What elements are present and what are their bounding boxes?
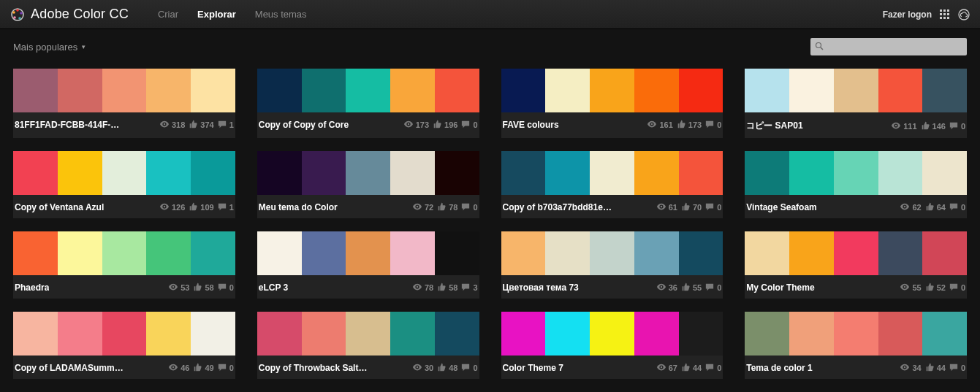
theme-swatches[interactable] xyxy=(501,151,723,195)
comment-stat[interactable]: 0 xyxy=(949,202,965,212)
eye-icon xyxy=(900,202,910,212)
theme-title[interactable]: Copy of Copy of Core xyxy=(259,120,349,130)
comment-stat[interactable]: 0 xyxy=(949,121,965,131)
theme-swatches[interactable] xyxy=(257,151,479,195)
theme-title[interactable]: Copy of Ventana Azul xyxy=(15,202,104,212)
eye-stat[interactable]: 55 xyxy=(900,283,921,293)
eye-stat[interactable]: 67 xyxy=(656,363,677,373)
apps-grid-icon[interactable] xyxy=(939,9,951,20)
theme-title[interactable]: Цветовая тема 73 xyxy=(503,283,579,293)
thumb-up-stat[interactable]: 109 xyxy=(188,202,213,212)
thumb-up-stat[interactable]: 64 xyxy=(924,202,946,212)
eye-stat[interactable]: 61 xyxy=(656,202,677,212)
nav-explore[interactable]: Explorar xyxy=(197,9,236,20)
thumb-up-stat[interactable]: 58 xyxy=(436,283,457,293)
eye-stat[interactable]: 72 xyxy=(412,202,433,212)
thumb-up-stat[interactable]: 196 xyxy=(432,120,457,130)
brand[interactable]: Adobe Color CC xyxy=(10,7,129,22)
theme-title[interactable]: Copy of LADAMASummer… xyxy=(15,363,124,373)
eye-stat[interactable]: 111 xyxy=(891,121,916,131)
theme-title[interactable]: FAVE colours xyxy=(503,120,559,130)
comment-stat[interactable]: 0 xyxy=(704,363,721,373)
comment-stat[interactable]: 0 xyxy=(217,363,234,373)
thumb-up-stat[interactable]: 49 xyxy=(192,363,213,373)
eye-stat[interactable]: 36 xyxy=(656,283,677,293)
eye-stat[interactable]: 46 xyxy=(168,363,189,373)
swatch xyxy=(346,151,390,195)
eye-stat[interactable]: 53 xyxy=(168,283,189,293)
comment-stat[interactable]: 3 xyxy=(460,283,477,293)
theme-swatches[interactable] xyxy=(501,231,723,275)
theme-swatches[interactable] xyxy=(13,151,235,195)
thumb-up-stat[interactable]: 44 xyxy=(680,363,702,373)
thumb-up-stat[interactable]: 374 xyxy=(188,120,213,130)
thumb-up-icon xyxy=(436,283,447,293)
eye-stat[interactable]: 62 xyxy=(900,202,921,212)
eye-stat[interactable]: 161 xyxy=(647,120,672,130)
stat-value: 61 xyxy=(669,203,677,212)
theme-title[interactable]: 81FF1FAD-FCBB-414F-8DF… xyxy=(15,120,124,130)
thumb-up-stat[interactable]: 52 xyxy=(924,283,946,293)
eye-stat[interactable]: 126 xyxy=(159,202,185,212)
theme-title[interactable]: Vintage Seafoam xyxy=(746,202,816,212)
theme-title[interactable]: Meu tema do Color xyxy=(259,202,338,212)
theme-title[interactable]: コピー SAP01 xyxy=(746,120,802,132)
svg-point-16 xyxy=(816,43,821,48)
thumb-up-stat[interactable]: 70 xyxy=(680,202,702,212)
thumb-up-stat[interactable]: 173 xyxy=(676,120,702,130)
comment-stat[interactable]: 0 xyxy=(704,283,721,293)
comment-icon xyxy=(704,120,715,130)
thumb-up-stat[interactable]: 44 xyxy=(924,363,946,373)
search-input[interactable] xyxy=(824,42,962,52)
theme-title[interactable]: Copy of Throwback Saltw… xyxy=(259,363,368,373)
theme-title[interactable]: My Color Theme xyxy=(746,283,814,293)
theme-title[interactable]: Copy of b703a77bdd81ea… xyxy=(503,202,612,212)
login-button[interactable]: Fazer logon xyxy=(883,9,932,20)
comment-stat[interactable]: 1 xyxy=(217,202,234,212)
theme-stats: 1611730 xyxy=(647,120,721,130)
eye-stat[interactable]: 78 xyxy=(412,283,433,293)
comment-stat[interactable]: 0 xyxy=(217,283,234,293)
filter-dropdown[interactable]: Mais populares ▼ xyxy=(13,42,86,53)
svg-rect-14 xyxy=(947,17,949,19)
nav-create[interactable]: Criar xyxy=(158,9,178,20)
thumb-up-stat[interactable]: 78 xyxy=(436,202,457,212)
theme-title[interactable]: eLCP 3 xyxy=(259,283,288,293)
comment-stat[interactable]: 0 xyxy=(460,120,477,130)
theme-swatches[interactable] xyxy=(745,151,967,195)
theme-swatches[interactable] xyxy=(745,231,967,275)
comment-stat[interactable]: 0 xyxy=(704,202,721,212)
comment-stat[interactable]: 1 xyxy=(217,120,234,130)
nav-my-themes[interactable]: Meus temas xyxy=(255,9,307,20)
comment-stat[interactable]: 0 xyxy=(949,363,965,373)
comment-stat[interactable]: 0 xyxy=(460,202,477,212)
theme-swatches[interactable] xyxy=(257,231,479,275)
theme-swatches[interactable] xyxy=(257,312,479,356)
theme-swatches[interactable] xyxy=(13,69,235,112)
thumb-up-stat[interactable]: 55 xyxy=(680,283,702,293)
theme-title[interactable]: Phaedra xyxy=(15,283,49,293)
eye-stat[interactable]: 34 xyxy=(900,363,921,373)
eye-stat[interactable]: 173 xyxy=(403,120,429,130)
comment-stat[interactable]: 0 xyxy=(460,363,477,373)
comment-stat[interactable]: 0 xyxy=(704,120,721,130)
thumb-up-stat[interactable]: 48 xyxy=(436,363,457,373)
theme-title[interactable]: Tema de color 1 xyxy=(746,363,812,373)
theme-swatches[interactable] xyxy=(501,312,723,356)
theme-swatches[interactable] xyxy=(745,312,967,356)
eye-stat[interactable]: 318 xyxy=(159,120,185,130)
theme-swatches[interactable] xyxy=(745,69,967,112)
theme-swatches[interactable] xyxy=(501,69,723,112)
theme-title[interactable]: Color Theme 7 xyxy=(503,363,563,373)
theme-swatches[interactable] xyxy=(13,231,235,275)
search-box[interactable] xyxy=(810,38,967,55)
theme-stats: 62640 xyxy=(900,202,965,212)
theme-swatches[interactable] xyxy=(257,69,479,112)
thumb-up-stat[interactable]: 146 xyxy=(920,121,946,131)
swatch xyxy=(302,312,346,356)
thumb-up-stat[interactable]: 58 xyxy=(192,283,213,293)
creative-cloud-icon[interactable] xyxy=(958,9,970,20)
theme-swatches[interactable] xyxy=(13,312,235,356)
comment-stat[interactable]: 0 xyxy=(949,283,965,293)
eye-stat[interactable]: 30 xyxy=(412,363,433,373)
